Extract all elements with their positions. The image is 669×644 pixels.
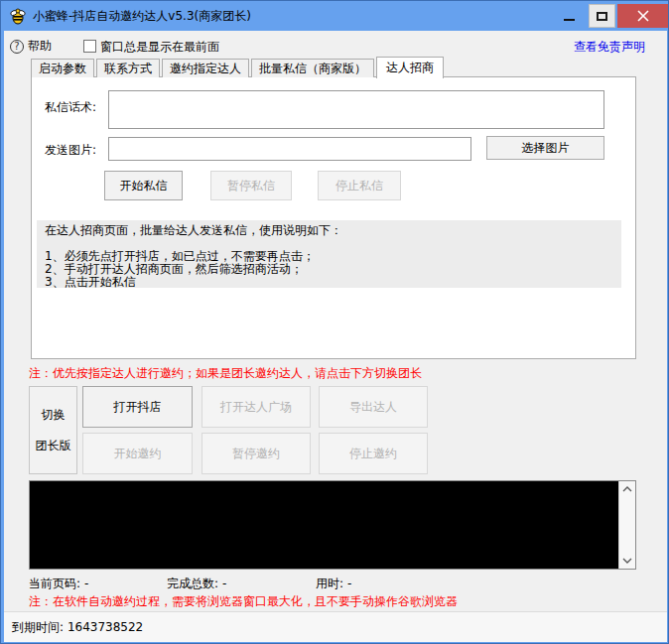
open-shop-button[interactable]: 打开抖店	[82, 386, 193, 428]
help-label: 帮助	[28, 38, 52, 55]
expiry-time-label: 到期时间:	[12, 620, 64, 634]
maximize-button[interactable]	[589, 4, 615, 28]
start-message-button[interactable]: 开始私信	[104, 171, 183, 200]
completed-total-status: 完成总数: -	[167, 576, 226, 592]
window-body: ? 帮助 窗口总是显示在最前面 查看免责声明 启动参数 联系方式 邀约指定达人 …	[4, 31, 667, 642]
message-script-label: 私信话术:	[45, 99, 96, 116]
tab-invite-specified[interactable]: 邀约指定达人	[162, 59, 249, 77]
talent-recruit-panel: 私信话术: 发送图片: 选择图片 开始私信 暂停私信 停止私信 在达人招商页面，…	[31, 76, 636, 359]
close-icon	[637, 10, 649, 22]
stop-message-button[interactable]: 停止私信	[318, 171, 401, 200]
switch-leader-label-line1: 切换	[42, 407, 66, 424]
window-title: 小蜜蜂-抖店自动邀约达人v5.3(商家团长)	[33, 1, 251, 31]
instruction-step: 3、点击开始私信	[45, 276, 613, 289]
message-script-textarea[interactable]	[108, 90, 604, 129]
current-page-value: -	[84, 577, 88, 590]
maximize-icon	[597, 12, 607, 21]
elapsed-time-label: 用时:	[316, 577, 343, 590]
expiry-time-value: 1643738522	[67, 620, 143, 634]
topmost-checkbox-label: 窗口总是显示在最前面	[100, 39, 219, 56]
tab-strip: 启动参数 联系方式 邀约指定达人 批量私信（商家版） 达人招商	[31, 56, 446, 77]
app-window: 小蜜蜂-抖店自动邀约达人v5.3(商家团长) ? 帮助 窗口总是显示在最前面 查…	[0, 0, 669, 644]
current-page-status: 当前页码: -	[29, 576, 88, 592]
switch-leader-label-line2: 团长版	[36, 438, 71, 454]
scroll-down-button[interactable]	[619, 553, 635, 569]
current-page-label: 当前页码:	[29, 577, 80, 590]
tab-contact-method[interactable]: 联系方式	[96, 59, 160, 77]
log-console	[29, 480, 636, 570]
chevron-down-icon	[622, 558, 632, 564]
pause-invite-button[interactable]: 暂停邀约	[201, 433, 311, 474]
bee-icon	[9, 7, 27, 25]
stop-invite-button[interactable]: 停止邀约	[319, 433, 428, 474]
titlebar: 小蜜蜂-抖店自动邀约达人v5.3(商家团长)	[1, 1, 669, 31]
open-talent-plaza-button[interactable]: 打开达人广场	[201, 386, 311, 428]
tab-batch-message[interactable]: 批量私信（商家版）	[251, 59, 374, 77]
completed-total-value: -	[222, 577, 226, 590]
topmost-checkbox[interactable]	[83, 40, 96, 53]
statusbar: 到期时间: 1643738522	[4, 611, 667, 642]
browser-maximize-note: 注：在软件自动邀约过程，需要将浏览器窗口最大化，且不要手动操作谷歌浏览器	[29, 593, 458, 610]
question-icon: ?	[10, 40, 24, 54]
completed-total-label: 完成总数:	[167, 577, 218, 590]
minimize-button[interactable]	[553, 4, 585, 28]
invite-priority-note: 注：优先按指定达人进行邀约；如果是团长邀约达人，请点击下方切换团长	[29, 365, 422, 382]
tab-talent-recruit[interactable]: 达人招商	[376, 57, 444, 78]
tab-start-params[interactable]: 启动参数	[31, 59, 94, 77]
start-invite-button[interactable]: 开始邀约	[82, 433, 193, 474]
instructions-box: 在达人招商页面，批量给达人发送私信，使用说明如下： 1、必须先点打开抖店，如已点…	[37, 220, 621, 288]
scroll-up-button[interactable]	[619, 481, 635, 497]
expiry-time: 到期时间: 1643738522	[12, 612, 143, 642]
export-talent-button[interactable]: 导出达人	[319, 386, 428, 428]
switch-leader-button[interactable]: 切换 团长版	[29, 386, 77, 474]
disclaimer-link[interactable]: 查看免责声明	[574, 39, 645, 56]
pause-message-button[interactable]: 暂停私信	[210, 171, 292, 200]
elapsed-time-status: 用时: -	[316, 576, 351, 592]
send-image-input[interactable]	[108, 137, 471, 161]
close-button[interactable]	[617, 4, 669, 28]
help-button[interactable]: ? 帮助	[10, 38, 52, 55]
elapsed-time-value: -	[347, 577, 351, 590]
console-scrollbar[interactable]	[618, 481, 635, 569]
send-image-label: 发送图片:	[45, 142, 96, 159]
minimize-icon	[564, 19, 575, 21]
choose-image-button[interactable]: 选择图片	[486, 136, 604, 160]
instructions-title: 在达人招商页面，批量给达人发送私信，使用说明如下：	[45, 224, 613, 237]
chevron-up-icon	[622, 486, 632, 492]
